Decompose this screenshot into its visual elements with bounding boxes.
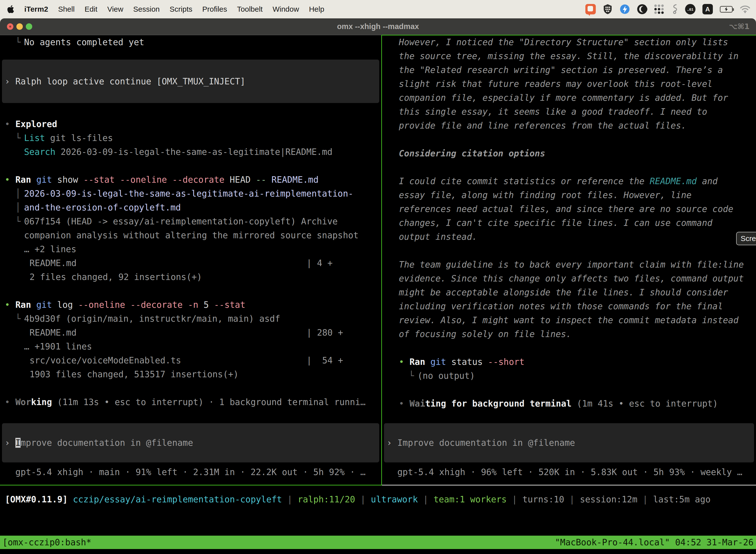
- terminal-line: gpt-5.4 xhigh · main · 91% left · 2.31M …: [0, 465, 381, 479]
- line-gutter: •: [5, 395, 15, 409]
- terminal-line: The team guideline is to back every impo…: [382, 258, 756, 272]
- terminal-line: •Ran git status --short: [382, 355, 756, 369]
- text-token: HEAD: [225, 175, 256, 185]
- traffic-light-minimize[interactable]: [16, 23, 23, 30]
- text-token: README.md: [271, 175, 319, 185]
- terminal-line: └4b9d30f (origin/main, instructkr/main, …: [0, 312, 381, 326]
- text-token: evidence. Since this change only affects…: [399, 274, 744, 283]
- screen-chip[interactable]: Scre: [736, 232, 756, 245]
- tmux-host-clock: "MacBook-Pro-44.local" 04:52 31-Mar-26: [555, 537, 754, 547]
- text-token: However, I noticed the "Directory Struct…: [399, 37, 728, 47]
- menu-item-scripts[interactable]: Scripts: [170, 5, 192, 13]
- bolt-circle-icon[interactable]: [620, 4, 630, 14]
- line-gutter: •: [5, 173, 15, 187]
- text-token: Ran: [15, 300, 31, 310]
- left-pane-scrollback: •Explored└List git ls-filesSearch 2026-0…: [0, 117, 381, 409]
- left-pane-scrollback-top: └No agents completed yet: [0, 35, 381, 49]
- terminal-line: •Ran git log --oneline --decorate -n 5 -…: [0, 298, 381, 312]
- text-token: 1903 files changed, 513517 insertions(+): [29, 369, 239, 379]
- omx-status-line: [OMX#0.11.9] cczip/essay/ai-reimplementa…: [5, 492, 711, 506]
- prompt-input-left[interactable]: ›Improve documentation in @filename: [2, 423, 379, 462]
- text-token: Wor: [15, 397, 31, 407]
- window-shortcut-hint: ⌥⌘1: [729, 18, 750, 35]
- text-token: src/voice/voiceModeEnabled.ts | 54 +: [29, 355, 343, 365]
- text-token: List: [24, 133, 45, 143]
- crescent-circle-icon[interactable]: [637, 4, 647, 14]
- terminal-line: ›Ralph loop active continue [OMX_TMUX_IN…: [2, 75, 379, 88]
- wifi-icon[interactable]: [740, 5, 751, 13]
- text-token: [266, 175, 271, 185]
- text-token: I could cite commit statistics or refere…: [399, 176, 649, 186]
- menu-item-toolbelt[interactable]: Toolbelt: [237, 5, 263, 13]
- terminal-line: ›Improve documentation in @filename: [2, 437, 379, 449]
- text-token: [31, 300, 36, 310]
- menu-item-window[interactable]: Window: [272, 5, 299, 13]
- pane-border-top-right: [382, 35, 756, 36]
- model-status-left: gpt-5.4 xhigh · main · 91% left · 2.31M …: [0, 465, 381, 479]
- text-token: show: [52, 175, 83, 185]
- terminal-line: I could cite commit statistics or refere…: [382, 174, 756, 188]
- text-token: essay file, along with finding root file…: [399, 190, 692, 200]
- menu-item-app[interactable]: iTerm2: [24, 5, 48, 13]
- terminal-line: ›Improve documentation in @filename: [384, 437, 754, 449]
- menu-item-profiles[interactable]: Profiles: [202, 5, 227, 13]
- traffic-light-close[interactable]: [7, 23, 13, 30]
- text-token: … +1901 lines: [24, 341, 92, 351]
- line-gutter: ›: [387, 437, 397, 449]
- text-token: the "Related research writing" section i…: [399, 65, 723, 75]
- menu-item-view[interactable]: View: [107, 5, 123, 13]
- text-token: README.md: [649, 176, 697, 186]
- traffic-light-zoom[interactable]: [26, 23, 32, 30]
- tmux-pane-right[interactable]: However, I noticed the "Directory Struct…: [382, 35, 756, 485]
- text-token: git: [36, 300, 52, 310]
- text-token: I: [15, 438, 20, 448]
- text-token: 067f154 (HEAD -> essay/ai-reimplementati…: [24, 216, 337, 226]
- text-token: Wai: [410, 399, 425, 408]
- text-token: status: [446, 357, 488, 367]
- text-token: The team guideline is to back every impo…: [399, 260, 744, 270]
- terminal-line: src/voice/voiceModeEnabled.ts | 54 +: [0, 353, 381, 367]
- text-token: |: [355, 494, 371, 504]
- text-token: -n: [188, 300, 198, 310]
- text-token: --decorate: [172, 175, 225, 185]
- squiggle-icon[interactable]: [671, 4, 678, 15]
- text-token: |: [282, 494, 298, 504]
- pane-divider[interactable]: [381, 35, 382, 486]
- text-token: --oneline: [120, 175, 167, 185]
- line-gutter: ›: [5, 437, 15, 449]
- text-token: [31, 175, 36, 185]
- terminal-line: slight risk that future readers may over…: [382, 77, 756, 91]
- text-token: provide file and line references from th…: [399, 121, 686, 130]
- terminal-line: Considering citation options: [382, 147, 756, 160]
- text-token: Considering citation options: [399, 149, 545, 158]
- text-token: ralph:11/20: [298, 494, 355, 504]
- prompt-input-right-line: ›Improve documentation in @filename: [384, 437, 754, 449]
- tmux-session-window[interactable]: [omx-cczip0:bash*: [2, 537, 91, 547]
- a-square-icon[interactable]: A: [702, 4, 713, 14]
- menu-item-session[interactable]: Session: [133, 5, 160, 13]
- menu-item-help[interactable]: Help: [309, 5, 324, 13]
- tmux-pane-left[interactable]: └No agents completed yet ›Ralph loop act…: [0, 35, 381, 485]
- dots-grid-icon[interactable]: [654, 4, 664, 14]
- terminal-line: this single essay, it seems like a good …: [382, 105, 756, 119]
- text-token: review. Also, I might want to inspect th…: [399, 315, 739, 325]
- text-token: Ralph loop active continue [OMX_TMUX_INJ…: [15, 76, 245, 87]
- battery-charging-icon[interactable]: [720, 6, 733, 13]
- prompt-input-right[interactable]: ›Improve documentation in @filename: [384, 423, 754, 462]
- terminal-line: •Explored: [0, 117, 381, 131]
- terminal-line: output instead.: [382, 230, 756, 244]
- shield-grid-icon[interactable]: [603, 4, 613, 15]
- terminal-line: including verification notes with those …: [382, 299, 756, 313]
- terminal-line: 2 files changed, 92 insertions(+): [0, 270, 381, 284]
- terminal-line: the "Related research writing" section i…: [382, 63, 756, 77]
- text-token: --: [256, 175, 266, 185]
- terminal-line: │2026-03-09-is-legal-the-same-as-legitim…: [0, 187, 381, 201]
- badge-61-icon[interactable]: ..61: [685, 4, 695, 14]
- menu-item-edit[interactable]: Edit: [84, 5, 98, 13]
- chat-bubble-icon[interactable]: [585, 4, 596, 14]
- line-gutter: •: [5, 117, 15, 131]
- text-token: 2 files changed, 92 insertions(+): [29, 272, 202, 282]
- text-token: king: [31, 397, 52, 407]
- menu-item-shell[interactable]: Shell: [58, 5, 75, 13]
- apple-menu-icon[interactable]: [7, 5, 14, 14]
